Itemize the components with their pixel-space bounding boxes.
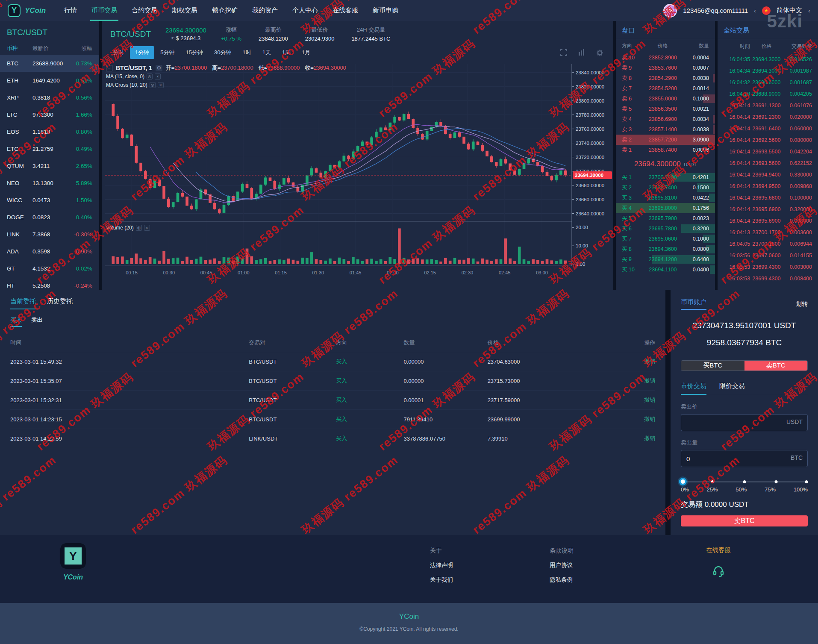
trade-type-tab-1[interactable]: 限价交易 <box>719 382 745 395</box>
candlestick-chart[interactable]: 00:1500:3000:4501:0001:1501:3001:4502:00… <box>102 62 613 290</box>
footer-link-about-us[interactable]: 关于我们 <box>430 576 453 584</box>
amount-slider[interactable] <box>681 478 808 482</box>
bid-row-9[interactable]: 买 1023694.11000.0400 <box>616 265 715 275</box>
timeframe-1分钟[interactable]: 1分钟 <box>130 46 154 59</box>
bid-row-6[interactable]: 买 723695.06000.1000 <box>616 234 715 244</box>
coin-row-BTC[interactable]: BTC23688.90000.73% <box>0 55 99 72</box>
coin-row-XRP[interactable]: XRP0.38180.56% <box>0 89 99 106</box>
ask-row-8[interactable]: 卖 223857.72003.0900 <box>616 135 715 145</box>
ask-row-6[interactable]: 卖 423856.69000.0034 <box>616 114 715 124</box>
timeframe-30分钟[interactable]: 30分钟 <box>209 46 236 59</box>
language-chevron-icon[interactable]: ‹ <box>808 7 810 14</box>
orders-subtab-0[interactable]: 买入 <box>10 316 22 327</box>
cancel-order-button[interactable]: 撤销 <box>616 435 655 442</box>
bid-row-0[interactable]: 买 123700.74000.4201 <box>616 172 715 182</box>
nav-item-4[interactable]: 锁仓挖矿 <box>205 0 245 21</box>
coin-row-QTUM[interactable]: QTUM3.42112.65% <box>0 157 99 174</box>
language-selector[interactable]: 简体中文 <box>777 6 802 15</box>
brand[interactable]: Y YCoin <box>8 4 46 17</box>
series-settings-gear-icon[interactable]: ⚙ <box>156 65 162 71</box>
slider-dot-75[interactable] <box>774 480 777 483</box>
col-symbol[interactable]: 币种 <box>7 45 32 52</box>
trade-type-tab-0[interactable]: 市价交易 <box>681 382 706 395</box>
user-email[interactable]: 123456@qq.com11111 <box>683 7 748 14</box>
nav-item-7[interactable]: 在线客服 <box>325 0 365 21</box>
ask-row-4[interactable]: 卖 623855.00000.1000 <box>616 94 715 104</box>
ask-row-0[interactable]: 卖 1023852.89000.0004 <box>616 53 715 63</box>
indicator-visibility-icon[interactable]: ◎ <box>136 225 142 231</box>
timeframe-1天[interactable]: 1天 <box>257 46 276 59</box>
bid-row-1[interactable]: 买 223698.74000.1500 <box>616 182 715 193</box>
bid-row-4[interactable]: 买 523695.79000.0023 <box>616 213 715 223</box>
tab-spot-account[interactable]: 币币账户 <box>681 298 706 310</box>
coin-row-EOS[interactable]: EOS1.18180.80% <box>0 123 99 140</box>
nav-item-3[interactable]: 期权交易 <box>165 0 205 21</box>
ask-row-9[interactable]: 卖 123858.74000.0006 <box>616 145 715 155</box>
submit-sell-button[interactable]: 卖BTC <box>681 515 808 526</box>
indicator-visibility-icon[interactable]: ◎ <box>147 74 153 79</box>
slider-thumb[interactable] <box>679 478 687 485</box>
coin-row-GT[interactable]: GT4.15320.02% <box>0 260 99 277</box>
footer-link-privacy[interactable]: 隐私条例 <box>550 576 574 584</box>
nav-item-0[interactable]: 行情 <box>57 0 84 21</box>
timeframe-1周[interactable]: 1周 <box>277 46 296 59</box>
bid-row-8[interactable]: 买 923694.12000.6400 <box>616 254 715 265</box>
slider-dot-50[interactable] <box>743 480 746 483</box>
coin-row-DOGE[interactable]: DOGE0.08230.40% <box>0 209 99 226</box>
sell-amount-input[interactable] <box>681 450 808 467</box>
indicator-close-icon[interactable]: × <box>155 74 161 79</box>
coin-row-ADA[interactable]: ADA0.3598-0.90% <box>0 243 99 260</box>
bid-row-7[interactable]: 买 823694.36000.0800 <box>616 244 715 254</box>
coin-row-HT[interactable]: HT5.2508-0.24% <box>0 277 99 290</box>
coin-row-LTC[interactable]: LTC97.23001.66% <box>0 106 99 123</box>
timeframe-5分钟[interactable]: 5分钟 <box>155 46 179 59</box>
indicator-visibility-icon[interactable]: ◎ <box>150 82 156 88</box>
cancel-order-button[interactable]: 撤销 <box>616 415 655 423</box>
footer-link-user-agreement[interactable]: 用户协议 <box>550 562 574 569</box>
indicator-close-icon[interactable]: × <box>158 82 164 88</box>
coin-row-NEO[interactable]: NEO13.13005.89% <box>0 174 99 191</box>
headset-icon[interactable] <box>706 564 731 580</box>
user-avatar[interactable]: VIP0 <box>663 4 677 18</box>
chart-settings-gear-icon[interactable] <box>595 48 604 57</box>
fullscreen-icon[interactable] <box>559 48 568 57</box>
nav-item-5[interactable]: 我的资产 <box>245 0 285 21</box>
collapse-indicator-icon[interactable]: − <box>106 65 112 71</box>
sell-btc-button[interactable]: 卖BTC <box>744 361 808 371</box>
coin-row-ETH[interactable]: ETH1649.42000.51% <box>0 72 99 89</box>
nav-item-2[interactable]: 合约交易 <box>124 0 165 21</box>
timeframe-1月[interactable]: 1月 <box>297 46 315 59</box>
ask-row-1[interactable]: 卖 923853.76000.0007 <box>616 63 715 73</box>
ask-row-3[interactable]: 卖 723854.52000.0014 <box>616 83 715 94</box>
buy-btc-button[interactable]: 买BTC <box>681 361 744 371</box>
timeframe-1时[interactable]: 1时 <box>237 46 256 59</box>
timeframe-分时[interactable]: 分时 <box>108 46 129 59</box>
coin-row-ETC[interactable]: ETC21.27590.49% <box>0 140 99 157</box>
bid-row-2[interactable]: 买 323695.81000.0422 <box>616 193 715 203</box>
footer-link-legal[interactable]: 法律声明 <box>430 562 453 569</box>
ask-row-7[interactable]: 卖 323857.14000.0038 <box>616 124 715 135</box>
ask-row-5[interactable]: 卖 523856.35000.0021 <box>616 104 715 114</box>
coin-row-WICC[interactable]: WICC0.04731.50% <box>0 191 99 209</box>
bid-row-3[interactable]: 买 423695.80000.1756 <box>616 203 715 213</box>
ask-row-2[interactable]: 卖 823854.29000.0038 <box>616 73 715 83</box>
cancel-order-button[interactable]: 撤销 <box>616 358 655 365</box>
cancel-order-button[interactable]: 撤销 <box>616 396 655 404</box>
chart-canvas[interactable]: 00:1500:3000:4501:0001:1501:3001:4502:00… <box>102 62 613 280</box>
chart-style-icon[interactable] <box>577 48 586 57</box>
nav-item-1[interactable]: 币币交易 <box>84 0 124 21</box>
transfer-link[interactable]: 划转 <box>796 300 808 308</box>
coin-row-LINK[interactable]: LINK7.3868-0.30% <box>0 226 99 243</box>
timeframe-15分钟[interactable]: 15分钟 <box>180 46 208 59</box>
nav-item-6[interactable]: 个人中心 <box>285 0 325 21</box>
bid-row-5[interactable]: 买 623695.78000.3200 <box>616 223 715 234</box>
indicator-close-icon[interactable]: × <box>144 225 150 231</box>
orders-tab-0[interactable]: 当前委托 <box>10 297 36 309</box>
orders-tab-1[interactable]: 历史委托 <box>47 297 73 309</box>
user-dropdown-chevron-icon[interactable]: ‹ <box>754 7 756 14</box>
slider-dot-25[interactable] <box>711 480 714 483</box>
slider-dot-100[interactable] <box>805 480 808 483</box>
nav-item-8[interactable]: 新币申购 <box>365 0 406 21</box>
orders-subtab-1[interactable]: 卖出 <box>31 316 43 327</box>
cancel-order-button[interactable]: 撤销 <box>616 377 655 385</box>
